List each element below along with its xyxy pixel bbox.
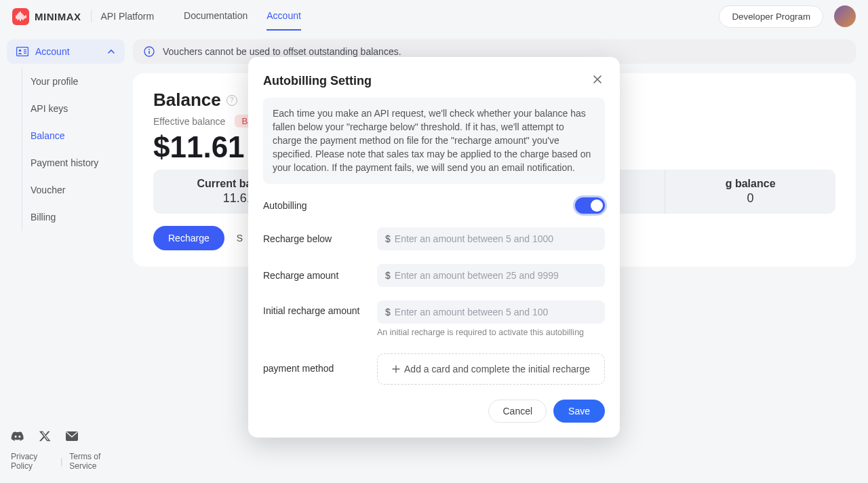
initial-recharge-helper: An initial recharge is required to activ… [377, 328, 605, 337]
payment-method-row: payment method Add a card and complete t… [263, 353, 605, 385]
close-icon[interactable] [590, 72, 605, 90]
payment-method-label: payment method [263, 353, 377, 374]
autobilling-modal: Autobilling Setting Each time you make a… [248, 57, 620, 438]
recharge-amount-row: Recharge amount $ [263, 264, 605, 287]
autobilling-label: Autobilling [263, 200, 377, 211]
modal-title: Autobilling Setting [263, 74, 372, 88]
toggle-knob [591, 199, 603, 212]
recharge-below-input[interactable] [395, 233, 597, 244]
modal-header: Autobilling Setting [263, 72, 605, 90]
recharge-below-input-group: $ [377, 227, 605, 250]
recharge-amount-input[interactable] [395, 270, 597, 281]
currency-prefix: $ [385, 307, 391, 317]
save-button[interactable]: Save [553, 400, 605, 423]
initial-recharge-input-group: $ [377, 301, 605, 324]
currency-prefix: $ [385, 270, 391, 281]
autobilling-toggle-row: Autobilling [263, 197, 605, 214]
add-card-button[interactable]: Add a card and complete the initial rech… [377, 353, 605, 385]
cancel-button[interactable]: Cancel [488, 400, 547, 423]
modal-backdrop: Autobilling Setting Each time you make a… [0, 0, 868, 483]
recharge-below-row: Recharge below $ [263, 227, 605, 250]
initial-recharge-label: Initial recharge amount [263, 301, 377, 316]
add-card-label: Add a card and complete the initial rech… [404, 364, 590, 374]
autobilling-toggle[interactable] [575, 197, 605, 214]
initial-recharge-input[interactable] [395, 307, 597, 317]
currency-prefix: $ [385, 233, 391, 244]
modal-description: Each time you make an API request, we'll… [263, 98, 605, 184]
recharge-amount-label: Recharge amount [263, 270, 377, 281]
recharge-amount-input-group: $ [377, 264, 605, 287]
plus-icon [392, 365, 400, 373]
modal-footer: Cancel Save [263, 400, 605, 423]
initial-recharge-row: Initial recharge amount $ An initial rec… [263, 301, 605, 337]
recharge-below-label: Recharge below [263, 233, 377, 244]
